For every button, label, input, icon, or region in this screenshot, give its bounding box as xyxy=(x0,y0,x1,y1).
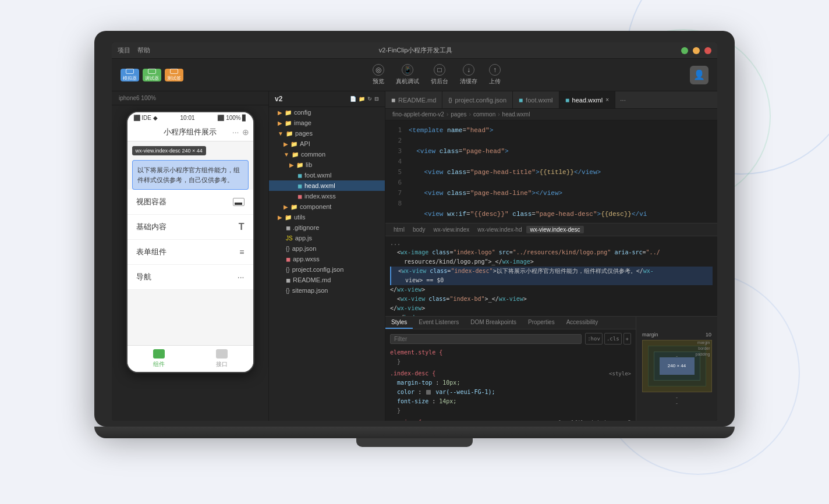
nav-item-api[interactable]: 接口 xyxy=(190,349,253,368)
win-minimize-btn[interactable] xyxy=(681,47,688,54)
tab-project-config[interactable]: {} project.config.json xyxy=(442,91,513,108)
code-editor[interactable]: 1 2 3 4 5 6 7 8 <template name="head"> <… xyxy=(385,120,717,223)
bottom-panel: html body wx-view.index wx-view.index-hd… xyxy=(385,223,717,421)
filetree-new-folder-icon[interactable]: 📁 xyxy=(359,96,365,102)
html-nav-wx-view-index[interactable]: wx-view.index xyxy=(430,226,473,233)
pseudo-cls[interactable]: .cls xyxy=(604,333,622,345)
html-nav-body[interactable]: body xyxy=(409,226,429,233)
styles-tab-event[interactable]: Event Listeners xyxy=(413,317,465,329)
html-code-content: ... <wx-image class="index-logo" src="..… xyxy=(385,236,717,316)
filetree-refresh-icon[interactable]: ↻ xyxy=(367,96,372,102)
phone-more-icon[interactable]: ··· xyxy=(232,127,239,137)
filetree-api[interactable]: ▶ 📁 API xyxy=(269,139,385,149)
filetree-new-file-icon[interactable]: 📄 xyxy=(350,96,356,102)
laptop: 项目 帮助 v2-FinClip小程序开发工具 模 xyxy=(94,31,735,473)
filetree-readme-label: README.md xyxy=(293,276,331,283)
debugger-btn[interactable]: 调试器 xyxy=(143,69,161,81)
pseudo-hov[interactable]: :hov xyxy=(585,333,603,345)
tab-head-wxml[interactable]: ◼ head.wxml × xyxy=(559,91,615,108)
styles-tab-dom[interactable]: DOM Breakpoints xyxy=(465,317,522,329)
val-color: var(--weui-FG-1); xyxy=(435,389,495,395)
filetree-utils[interactable]: ▶ 📁 utils xyxy=(269,212,385,222)
pseudo-add[interactable]: + xyxy=(623,333,631,345)
file-icon-gitignore: ◼ xyxy=(286,225,290,231)
folder-icon-pages: 📁 xyxy=(286,130,293,137)
tab-readme[interactable]: ◼ README.md xyxy=(385,91,442,108)
filetree-component[interactable]: ▶ 📁 component xyxy=(269,201,385,212)
status-left: ⬛ IDE ◆ xyxy=(133,115,158,121)
filetree-common[interactable]: ▼ 📁 common xyxy=(269,149,385,159)
editor-tabs-more[interactable]: ··· xyxy=(615,96,630,104)
menu-item-3[interactable]: 导航 ··· xyxy=(127,265,253,290)
filetree-pages[interactable]: ▼ 📁 pages xyxy=(269,128,385,139)
filetree-image[interactable]: ▶ 📁 image xyxy=(269,118,385,128)
html-nav-wx-view-index-hd[interactable]: wx-view.index-hd xyxy=(474,226,525,233)
styles-tab-styles[interactable]: Styles xyxy=(385,317,413,329)
filetree-foot-wxml[interactable]: ◼ foot.wxml xyxy=(269,170,385,180)
phone-content: wx-view.index-desc 240 × 44 以下将展示小程序官方组件… xyxy=(127,141,253,345)
upload-action[interactable]: ↑ 上传 xyxy=(489,64,501,86)
filetree-lib[interactable]: ▶ 📁 lib xyxy=(269,159,385,170)
tab-head-wxml-close[interactable]: × xyxy=(605,97,609,103)
filetree-sitemap[interactable]: {} sitemap.json xyxy=(269,285,385,296)
test-btn[interactable]: 测试签 xyxy=(165,69,183,81)
menu-item-help[interactable]: 帮助 xyxy=(137,46,150,55)
nav-icon-api xyxy=(216,349,228,359)
filetree-index-wxss[interactable]: ◼ index.wxss xyxy=(269,191,385,201)
tab-project-config-label: project.config.json xyxy=(455,97,506,104)
nav-item-components[interactable]: 组件 xyxy=(127,349,190,368)
line-numbers: 1 2 3 4 5 6 7 8 xyxy=(385,120,406,223)
file-icon-app-wxss: ◼ xyxy=(286,256,290,262)
styles-tabs: Styles Event Listeners DOM Breakpoints P… xyxy=(385,317,636,329)
menu-item-project[interactable]: 项目 xyxy=(118,46,130,55)
phone-menu-icon[interactable]: ⊕ xyxy=(242,127,249,137)
cut-label: 切后台 xyxy=(431,77,448,86)
folder-icon-lib: 📁 xyxy=(296,162,303,168)
clear-action[interactable]: ↓ 清缓存 xyxy=(460,64,477,86)
menu-item-2[interactable]: 表单组件 ≡ xyxy=(127,240,253,265)
styles-tab-accessibility[interactable]: Accessibility xyxy=(561,317,604,329)
file-icon-project-config: {} xyxy=(286,267,290,273)
html-nav-wx-view-index-desc[interactable]: wx-view.index-desc xyxy=(526,226,583,233)
main-area: iphone6 100% ⬛ IDE ◆ 10:01 ⬛ 100% ▊ xyxy=(112,91,717,421)
box-padding-label: padding xyxy=(696,352,710,356)
filetree-app-wxss[interactable]: ◼ app.wxss xyxy=(269,254,385,264)
style-rule-index-desc: .index-desc { <style> margin-top : 10px; xyxy=(390,369,631,416)
win-maximize-btn[interactable] xyxy=(693,47,700,54)
simulator-btn[interactable]: 模拟器 xyxy=(121,69,139,81)
html-nav-html[interactable]: html xyxy=(390,226,408,233)
menu-icon-1: T xyxy=(239,222,245,232)
clear-icon: ↓ xyxy=(463,64,474,76)
menu-item-1[interactable]: 基础内容 T xyxy=(127,215,253,240)
cut-action[interactable]: □ 切后台 xyxy=(431,64,448,86)
filetree-head-wxml[interactable]: ◼ head.wxml xyxy=(269,180,385,191)
menu-item-0[interactable]: 视图容器 ▬ xyxy=(127,190,253,215)
upload-icon: ↑ xyxy=(489,64,501,76)
breadcrumb-item-0: fino-applet-demo-v2 xyxy=(392,111,444,118)
filetree-project-config[interactable]: {} project.config.json xyxy=(269,264,385,275)
clear-label: 清缓存 xyxy=(460,77,477,86)
styles-filter-input[interactable] xyxy=(390,334,582,344)
filetree-app-json[interactable]: {} app.json xyxy=(269,243,385,254)
toolbar: 模拟器 调试器 测试签 ◎ xyxy=(112,59,717,91)
tooltip-text: wx-view.index-desc 240 × 44 xyxy=(132,146,206,155)
win-close-btn[interactable] xyxy=(704,47,711,54)
code-content[interactable]: <template name="head"> <view class="page… xyxy=(406,120,717,223)
laptop-screen: 项目 帮助 v2-FinClip小程序开发工具 模 xyxy=(94,31,735,427)
filetree-readme[interactable]: ◼ README.md xyxy=(269,275,385,285)
filetree-app-js[interactable]: JS app.js xyxy=(269,233,385,243)
filetree-collapse-icon[interactable]: ⊟ xyxy=(374,96,379,102)
titlebar-menu: 项目 帮助 xyxy=(118,46,150,55)
upload-label: 上传 xyxy=(489,77,501,86)
user-avatar[interactable]: 👤 xyxy=(690,66,708,84)
tab-foot-wxml[interactable]: ◼ foot.wxml xyxy=(513,91,559,108)
filetree-gitignore[interactable]: ◼ .gitignore xyxy=(269,222,385,233)
preview-label: 预览 xyxy=(373,77,384,86)
highlight-text: 以下将展示小程序官方组件能力，组件样式仅供参考，自己仅供参考。 xyxy=(137,166,240,183)
filetree-config[interactable]: ▶ 📁 config xyxy=(269,107,385,118)
styles-tab-props[interactable]: Properties xyxy=(522,317,561,329)
preview-action[interactable]: ◎ 预览 xyxy=(373,64,384,86)
scan-action[interactable]: 📱 真机调试 xyxy=(396,64,419,86)
phone-title-bar: 小程序组件展示 ··· ⊕ xyxy=(127,123,253,141)
menu-icon-0: ▬ xyxy=(233,198,245,206)
